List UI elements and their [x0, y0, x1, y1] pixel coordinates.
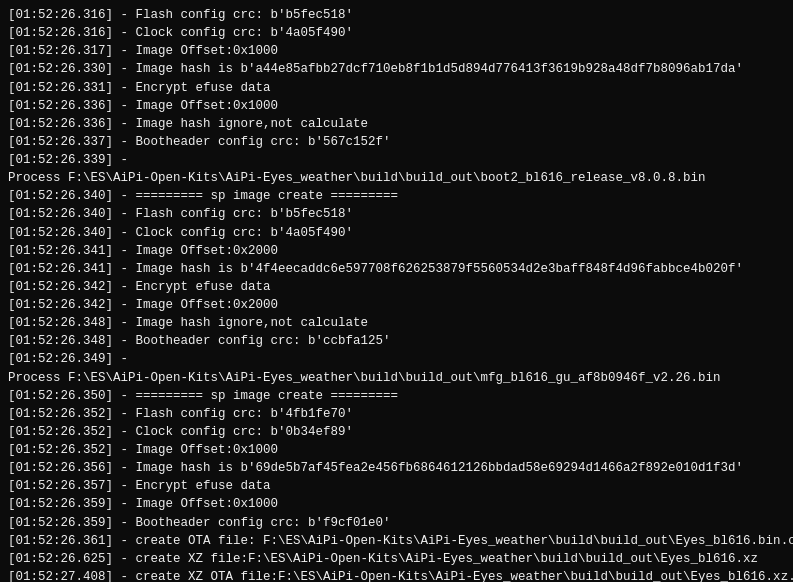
terminal-line: [01:52:26.341] - Image Offset:0x2000	[8, 242, 785, 260]
terminal-line: [01:52:26.339] -	[8, 151, 785, 169]
terminal-line: [01:52:26.352] - Flash config crc: b'4fb…	[8, 405, 785, 423]
terminal-line: [01:52:26.361] - create OTA file: F:\ES\…	[8, 532, 785, 550]
terminal-line: [01:52:26.340] - Clock config crc: b'4a0…	[8, 224, 785, 242]
terminal-line: [01:52:26.348] - Bootheader config crc: …	[8, 332, 785, 350]
terminal-line: [01:52:26.359] - Bootheader config crc: …	[8, 514, 785, 532]
terminal-line: [01:52:26.331] - Encrypt efuse data	[8, 79, 785, 97]
terminal-line: [01:52:26.350] - ========= sp image crea…	[8, 387, 785, 405]
terminal-line: [01:52:26.317] - Image Offset:0x1000	[8, 42, 785, 60]
terminal-line: [01:52:26.342] - Encrypt efuse data	[8, 278, 785, 296]
terminal-line: [01:52:26.348] - Image hash ignore,not c…	[8, 314, 785, 332]
terminal-line: [01:52:26.316] - Clock config crc: b'4a0…	[8, 24, 785, 42]
terminal-line: [01:52:26.342] - Image Offset:0x2000	[8, 296, 785, 314]
terminal-line: [01:52:26.330] - Image hash is b'a44e85a…	[8, 60, 785, 78]
terminal-line: [01:52:26.316] - Flash config crc: b'b5f…	[8, 6, 785, 24]
terminal-line: [01:52:26.625] - create XZ file:F:\ES\Ai…	[8, 550, 785, 568]
terminal-line: [01:52:26.341] - Image hash is b'4f4eeca…	[8, 260, 785, 278]
terminal-line: [01:52:26.349] -	[8, 350, 785, 368]
terminal-line: [01:52:26.336] - Image hash ignore,not c…	[8, 115, 785, 133]
terminal-line: [01:52:26.340] - ========= sp image crea…	[8, 187, 785, 205]
terminal-line: [01:52:27.408] - create XZ OTA file:F:\E…	[8, 568, 785, 582]
terminal-line: [01:52:26.356] - Image hash is b'69de5b7…	[8, 459, 785, 477]
terminal-line: [01:52:26.352] - Clock config crc: b'0b3…	[8, 423, 785, 441]
terminal-line: Process F:\ES\AiPi-Open-Kits\AiPi-Eyes_w…	[8, 169, 785, 187]
terminal-line: [01:52:26.337] - Bootheader config crc: …	[8, 133, 785, 151]
terminal-line: [01:52:26.352] - Image Offset:0x1000	[8, 441, 785, 459]
terminal-line: Process F:\ES\AiPi-Open-Kits\AiPi-Eyes_w…	[8, 369, 785, 387]
terminal-line: [01:52:26.340] - Flash config crc: b'b5f…	[8, 205, 785, 223]
terminal-line: [01:52:26.336] - Image Offset:0x1000	[8, 97, 785, 115]
terminal-line: [01:52:26.359] - Image Offset:0x1000	[8, 495, 785, 513]
terminal-window: [01:52:26.316] - Flash config crc: b'b5f…	[0, 0, 793, 582]
terminal-line: [01:52:26.357] - Encrypt efuse data	[8, 477, 785, 495]
